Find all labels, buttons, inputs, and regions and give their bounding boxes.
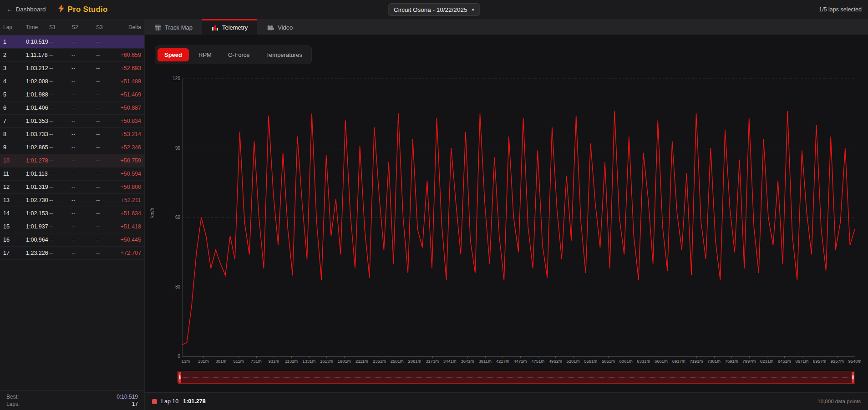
lap-time: 1:02.730 [26,197,49,203]
lap-time: 1:23.226 [26,250,49,256]
lap-time: 1:02.008 [26,78,49,85]
lap-row-10[interactable]: 101:01.278------+50.759 [0,154,144,167]
back-label: Dashboard [16,6,46,13]
video-camera-icon [267,25,274,31]
lap-s1: -- [49,210,71,217]
lap-row-17[interactable]: 171:23.226------+72.707 [0,247,144,260]
tab-track-map-label: Track Map [165,24,193,31]
lap-row-2[interactable]: 21:11.178------+60.659 [0,49,144,62]
range-slider-right-handle[interactable] [852,372,854,383]
x-tick-mark [731,356,732,358]
lap-s1: -- [49,184,71,190]
lap-s1: -- [49,65,71,71]
lap-lap: 9 [3,144,26,151]
lap-lap: 16 [3,237,26,243]
lap-s1: -- [49,131,71,137]
lap-lap: 5 [3,91,26,98]
lap-row-12[interactable]: 121:01.319------+50.800 [0,181,144,194]
top-bar: ← Dashboard Pro Studio Circuit Osona - 1… [0,0,868,19]
x-tick-mark [855,356,855,358]
range-slider-left-handle[interactable] [178,372,181,383]
legend-bar: Lap 10 1:01.278 10,000 data points [145,392,868,410]
lap-time: 1:01.406 [26,105,49,111]
x-tick-mark [661,356,661,358]
tab-track-map[interactable]: Track Map [145,19,202,35]
main-tab-bar: Track Map Telemetry Video [145,19,868,35]
lap-row-16[interactable]: 161:00.964------+50.445 [0,233,144,247]
col-lap: Lap [3,24,26,30]
grip-icon [853,375,854,380]
channel-speed-button[interactable]: Speed [157,48,189,61]
channel-switcher: Speed RPM G-Force Temperatures [155,46,312,64]
channel-gforce-button[interactable]: G-Force [221,48,257,61]
lap-s1: -- [49,52,71,58]
back-to-dashboard-link[interactable]: ← Dashboard [6,6,46,13]
x-tick-mark [274,356,274,358]
session-select-dropdown[interactable]: Circuit Osona - 10/22/2025 ▾ [388,3,480,16]
speed-trace-lap10 [182,111,855,344]
lap-s2: -- [71,250,96,256]
lap-delta: +50.594 [118,171,141,177]
lap-delta: +50.445 [118,237,141,243]
lap-row-11[interactable]: 111:01.113------+50.594 [0,167,144,181]
grip-icon [179,375,181,380]
lap-row-1[interactable]: 10:10.519------ [0,35,144,49]
x-tick-mark [837,356,838,358]
lap-time: 1:01.937 [26,223,49,230]
lap-s3: -- [96,210,118,217]
lap-s2: -- [71,210,96,217]
x-tick-mark [679,356,679,358]
lap-time: 1:01.113 [26,171,49,177]
lap-row-4[interactable]: 41:02.008------+51.489 [0,75,144,88]
channel-temperatures-button[interactable]: Temperatures [259,48,309,61]
lap-s2: -- [71,78,96,85]
tab-telemetry[interactable]: Telemetry [202,19,257,35]
x-tick-mark [538,356,538,358]
x-tick-mark [749,356,750,358]
channel-rpm-button[interactable]: RPM [192,48,218,61]
lap-row-5[interactable]: 51:01.988------+51.469 [0,88,144,101]
x-tick-mark [802,356,802,358]
range-slider[interactable] [178,371,855,384]
lap-row-3[interactable]: 31:03.212------+52.693 [0,62,144,75]
laps-value: 17 [132,401,138,407]
sidebar-footer: Best: 0:10.519 Laps: 17 [0,390,144,410]
lap-s3: -- [96,118,118,124]
best-label: Best: [6,394,19,400]
col-delta: Delta [118,24,141,30]
lap-table-header: Lap Time S1 S2 S3 Delta [0,19,144,35]
tab-video[interactable]: Video [257,19,302,35]
lap-row-13[interactable]: 131:02.730------+52.211 [0,194,144,207]
lap-time: 0:10.519 [26,39,49,45]
lap-s2: -- [71,65,96,71]
lap-s3: -- [96,197,118,203]
lap-lap: 14 [3,210,26,217]
lap-row-7[interactable]: 71:01.353------+50.834 [0,115,144,128]
lap-row-8[interactable]: 81:03.733------+53.214 [0,128,144,141]
x-tick-mark [344,356,345,358]
lap-s1: -- [49,78,71,85]
x-tick-mark [432,356,433,358]
x-tick-mark [503,356,503,358]
lap-lap: 8 [3,131,26,137]
lap-lap: 4 [3,78,26,85]
x-tick-9540m: 9540m [844,359,865,364]
lap-row-15[interactable]: 151:01.937------+51.418 [0,220,144,233]
x-tick-mark [380,356,380,358]
lap-delta: +53.214 [118,131,141,137]
lap-row-6[interactable]: 61:01.406------+50.887 [0,101,144,115]
lap-row-14[interactable]: 141:02.153------+51.634 [0,207,144,220]
range-slider-track-line [183,377,850,378]
y-tick-0: 0 [160,354,180,359]
best-value: 0:10.519 [117,394,138,400]
lap-lap: 6 [3,105,26,111]
lap-row-9[interactable]: 91:02.865------+52.346 [0,141,144,154]
app-brand: Pro Studio [58,5,108,14]
x-tick-mark [397,356,397,358]
x-tick-mark [221,356,221,358]
lap-delta: +50.759 [118,157,141,164]
lap-s2: -- [71,144,96,151]
x-tick-mark [186,356,186,358]
lap-s1: -- [49,39,71,45]
lap-lap: 3 [3,65,26,71]
